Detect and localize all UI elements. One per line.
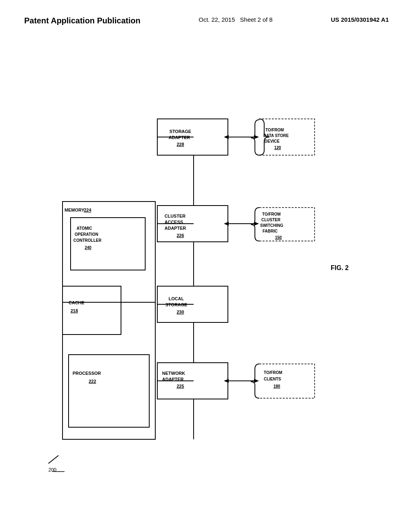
svg-line-0 <box>48 455 58 463</box>
svg-text:240: 240 <box>85 245 92 250</box>
svg-text:180: 180 <box>273 384 280 389</box>
svg-text:STORAGE: STORAGE <box>169 129 191 134</box>
svg-text:CLUSTER: CLUSTER <box>261 218 281 222</box>
svg-text:MEMORY: MEMORY <box>65 208 85 212</box>
fig-label: FIG. 2 <box>331 264 349 271</box>
diagram-area: 200 PROCESSOR 222 CACHE 218 MEMORY 224 A… <box>24 52 387 496</box>
svg-text:FABRIC: FABRIC <box>263 229 277 233</box>
svg-text:NETWORK: NETWORK <box>162 371 185 376</box>
svg-text:TO/FROM: TO/FROM <box>264 370 282 375</box>
svg-text:LOCAL: LOCAL <box>169 296 184 301</box>
svg-text:226: 226 <box>177 233 184 238</box>
svg-text:200: 200 <box>48 467 56 473</box>
svg-text:CLIENTS: CLIENTS <box>264 377 281 381</box>
svg-text:120: 120 <box>274 145 281 150</box>
svg-text:TO/FROM: TO/FROM <box>265 128 284 132</box>
page-header: Patent Application Publication Oct. 22, … <box>0 0 413 25</box>
svg-rect-12 <box>71 218 145 270</box>
svg-text:SWITCHING: SWITCHING <box>260 223 283 228</box>
svg-text:TO/FROM: TO/FROM <box>262 212 281 216</box>
svg-text:ADAPTER: ADAPTER <box>165 226 186 231</box>
svg-text:CONTROLLER: CONTROLLER <box>73 238 102 243</box>
svg-text:DATA STORE: DATA STORE <box>263 133 289 138</box>
svg-text:218: 218 <box>71 308 78 313</box>
svg-text:OPERATION: OPERATION <box>75 232 98 237</box>
header-center: Oct. 22, 2015 Sheet 2 of 8 <box>198 16 272 23</box>
header-sheet: Sheet 2 of 8 <box>240 16 273 23</box>
svg-text:DEVICE: DEVICE <box>265 139 280 143</box>
svg-text:ATOMIC: ATOMIC <box>77 226 92 231</box>
svg-text:228: 228 <box>177 142 184 147</box>
header-patent-number: US 2015/0301942 A1 <box>331 16 389 23</box>
svg-text:225: 225 <box>177 384 184 389</box>
svg-text:150: 150 <box>275 235 282 240</box>
svg-text:224: 224 <box>84 208 92 212</box>
header-date: Oct. 22, 2015 <box>198 16 235 23</box>
svg-text:PROCESSOR: PROCESSOR <box>73 371 101 376</box>
header-title: Patent Application Publication <box>24 16 140 25</box>
svg-rect-4 <box>69 355 149 427</box>
svg-text:222: 222 <box>89 379 96 384</box>
diagram-svg: 200 PROCESSOR 222 CACHE 218 MEMORY 224 A… <box>24 52 387 496</box>
svg-text:CLUSTER: CLUSTER <box>165 214 186 218</box>
svg-text:230: 230 <box>177 310 184 314</box>
